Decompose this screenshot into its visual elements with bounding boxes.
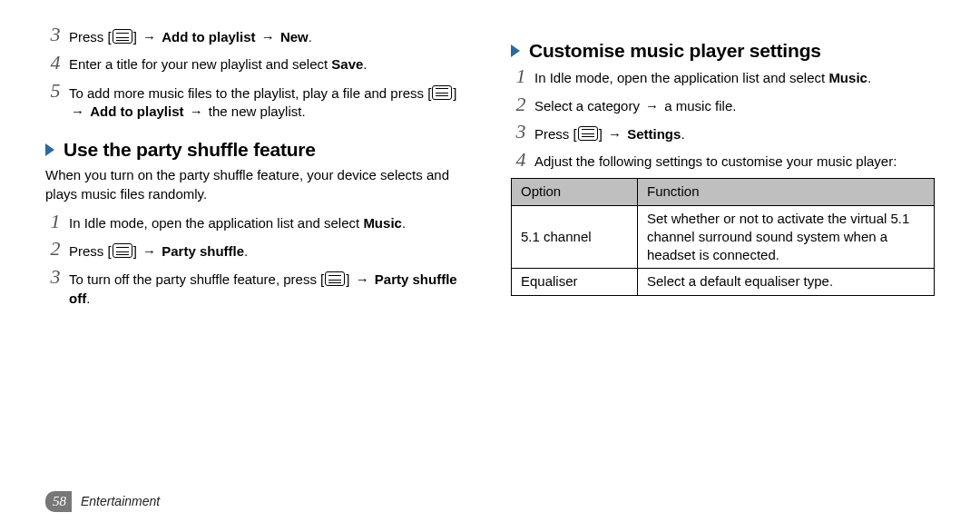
option-cell: Equaliser: [512, 269, 638, 295]
manual-page: 3Press [] → Add to playlist → New.4Enter…: [0, 0, 980, 532]
section-heading-party-shuffle: Use the party shuffle feature: [45, 137, 469, 163]
step-text: In Idle mode, open the application list …: [69, 212, 469, 232]
menu-key-icon: [578, 126, 598, 141]
step-number: 3: [511, 123, 534, 141]
step-text: Press [] → Party shuffle.: [69, 240, 469, 261]
arrow-right-icon: →: [141, 29, 158, 44]
menu-key-icon: [432, 85, 452, 100]
step: 1In Idle mode, open the application list…: [45, 212, 469, 232]
party-shuffle-steps: 1In Idle mode, open the application list…: [45, 212, 469, 308]
menu-key-icon: [113, 29, 132, 44]
step-text: Enter a title for your new playlist and …: [69, 54, 469, 74]
step: 3Press [] → Settings.: [511, 123, 935, 143]
bold-text: New: [280, 29, 309, 44]
bold-text: Add to playlist: [162, 29, 255, 44]
chevron-right-icon: [511, 44, 520, 57]
step-text: Select a category → a music file.: [534, 95, 935, 115]
step-number: 4: [45, 54, 69, 72]
menu-key-icon: [113, 243, 132, 258]
option-cell: 5.1 channel: [512, 205, 638, 269]
step-number: 3: [45, 25, 69, 44]
bold-text: Settings: [627, 126, 681, 142]
arrow-right-icon: →: [260, 29, 277, 44]
page-number: 58: [45, 491, 72, 512]
arrow-right-icon: →: [643, 98, 661, 113]
section-heading-customise: Customise music player settings: [511, 38, 935, 64]
bold-text: Party shuffle: [162, 243, 244, 259]
table-header-option: Option: [512, 179, 638, 205]
table-row: EqualiserSelect a default equaliser type…: [512, 269, 935, 295]
step: 4Adjust the following settings to custom…: [511, 151, 935, 171]
step-number: 2: [45, 240, 69, 258]
step: 3To turn off the party shuffle feature, …: [45, 268, 469, 308]
step-text: Press [] → Add to playlist → New.: [69, 25, 469, 46]
function-cell: Select a default equaliser type.: [638, 269, 935, 295]
section-title: Use the party shuffle feature: [64, 137, 316, 163]
step-number: 3: [45, 268, 69, 286]
table-header-function: Function: [638, 179, 935, 205]
playlist-steps-continued: 3Press [] → Add to playlist → New.4Enter…: [45, 25, 469, 121]
bold-text: Party shuffle off: [69, 271, 457, 305]
settings-options-table: Option Function 5.1 channelSet whether o…: [511, 178, 935, 295]
section-description: When you turn on the party shuffle featu…: [45, 166, 469, 203]
step: 2Press [] → Party shuffle.: [45, 240, 469, 261]
bold-text: Music: [828, 70, 867, 85]
step-number: 4: [511, 151, 534, 169]
bold-text: Music: [363, 215, 402, 231]
bold-text: Save: [331, 56, 363, 72]
footer-chapter: Entertainment: [81, 493, 160, 510]
step-text: Adjust the following settings to customi…: [534, 151, 935, 171]
customise-steps: 1In Idle mode, open the application list…: [511, 67, 935, 171]
step-number: 1: [45, 212, 69, 231]
step-text: To add more music files to the playlist,…: [69, 82, 469, 122]
function-cell: Set whether or not to activate the virtu…: [638, 205, 935, 269]
step: 4Enter a title for your new playlist and…: [45, 54, 469, 74]
arrow-right-icon: →: [188, 103, 205, 119]
step: 5To add more music files to the playlist…: [45, 82, 469, 122]
step-number: 5: [45, 82, 69, 100]
step-number: 2: [511, 95, 534, 113]
two-column-layout: 3Press [] → Add to playlist → New.4Enter…: [45, 22, 935, 315]
step: 3Press [] → Add to playlist → New.: [45, 25, 469, 46]
arrow-right-icon: →: [354, 271, 371, 287]
step: 2Select a category → a music file.: [511, 95, 935, 115]
step-text: Press [] → Settings.: [534, 123, 935, 143]
page-footer: 58 Entertainment: [45, 491, 160, 512]
step-text: In Idle mode, open the application list …: [534, 67, 935, 87]
menu-key-icon: [325, 271, 345, 286]
arrow-right-icon: →: [69, 103, 86, 119]
bold-text: Add to playlist: [90, 103, 183, 119]
arrow-right-icon: →: [141, 243, 158, 259]
step-text: To turn off the party shuffle feature, p…: [69, 268, 469, 308]
right-column: Customise music player settings 1In Idle…: [511, 22, 935, 315]
left-column: 3Press [] → Add to playlist → New.4Enter…: [45, 22, 469, 315]
chevron-right-icon: [45, 143, 54, 156]
step: 1In Idle mode, open the application list…: [511, 67, 935, 87]
section-title: Customise music player settings: [529, 38, 821, 64]
arrow-right-icon: →: [606, 126, 623, 142]
table-body: 5.1 channelSet whether or not to activat…: [512, 205, 935, 295]
step-number: 1: [511, 67, 534, 85]
table-row: 5.1 channelSet whether or not to activat…: [512, 205, 935, 269]
